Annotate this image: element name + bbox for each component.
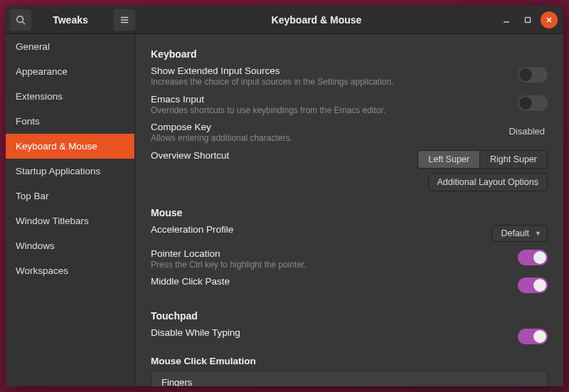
extended-input-desc: Increases the choice of input sources in… (151, 77, 518, 88)
compose-key-desc: Allows entering additional characters. (151, 133, 509, 144)
overview-left-super[interactable]: Left Super (418, 151, 480, 168)
mouse-click-emulation-group: FingersClick the touchpad with two finge… (151, 371, 548, 386)
row-extended-input: Show Extended Input Sources Increases th… (151, 63, 548, 91)
titlebar: Tweaks Keyboard & Mouse (6, 6, 563, 34)
row-compose-key: Compose Key Allows entering additional c… (151, 119, 548, 147)
emulation-option-label: Fingers (161, 377, 537, 386)
hamburger-button[interactable] (114, 9, 135, 31)
sidebar-item-fonts[interactable]: Fonts (6, 109, 134, 134)
maximize-button[interactable] (519, 11, 536, 28)
chevron-down-icon: ▼ (535, 230, 541, 237)
row-disable-while-typing: Disable While Typing (151, 324, 548, 349)
compose-key-label: Compose Key (151, 122, 509, 132)
sidebar-item-workspaces[interactable]: Workspaces (6, 258, 134, 283)
pointer-location-label: Pointer Location (151, 248, 518, 259)
overview-right-super[interactable]: Right Super (480, 151, 547, 168)
sidebar-item-windows[interactable]: Windows (6, 233, 134, 258)
acceleration-profile-dropdown[interactable]: Default ▼ (491, 225, 548, 242)
close-button[interactable] (541, 11, 558, 28)
page-title: Keyboard & Mouse (135, 14, 498, 26)
additional-layout-options-button[interactable]: Additional Layout Options (428, 173, 548, 191)
emulation-option-fingers[interactable]: FingersClick the touchpad with two finge… (151, 371, 547, 386)
svg-point-0 (17, 16, 23, 22)
sidebar-item-top-bar[interactable]: Top Bar (6, 184, 134, 208)
sidebar: GeneralAppearanceExtensionsFontsKeyboard… (6, 34, 135, 386)
acceleration-profile-label: Acceleration Profile (151, 224, 491, 235)
disable-while-typing-toggle[interactable] (518, 329, 548, 344)
svg-line-1 (23, 21, 26, 24)
app-window: Tweaks Keyboard & Mouse GeneralAppearanc… (6, 6, 563, 386)
emacs-input-desc: Overrides shortcuts to use keybindings f… (151, 105, 518, 117)
app-title: Tweaks (31, 14, 110, 26)
search-button[interactable] (10, 9, 31, 31)
disable-while-typing-label: Disable While Typing (151, 327, 518, 338)
section-title-keyboard: Keyboard (151, 48, 548, 60)
extended-input-label: Show Extended Input Sources (151, 65, 518, 76)
acceleration-profile-value: Default (501, 228, 529, 238)
sidebar-item-appearance[interactable]: Appearance (6, 59, 134, 84)
svg-rect-6 (526, 17, 531, 22)
emacs-input-toggle[interactable] (518, 95, 548, 111)
middle-click-paste-label: Middle Click Paste (151, 276, 518, 287)
sidebar-item-general[interactable]: General (6, 34, 134, 59)
row-emacs-input: Emacs Input Overrides shortcuts to use k… (151, 91, 548, 120)
extended-input-toggle[interactable] (518, 67, 548, 83)
sidebar-item-keyboard-mouse[interactable]: Keyboard & Mouse (6, 134, 134, 159)
section-title-mouse: Mouse (151, 207, 548, 218)
sidebar-item-window-titlebars[interactable]: Window Titlebars (6, 208, 134, 233)
row-acceleration-profile: Acceleration Profile Default ▼ (151, 221, 548, 245)
compose-key-value[interactable]: Disabled (509, 126, 548, 137)
row-overview-shortcut: Overview Shortcut Left Super Right Super… (151, 147, 548, 194)
section-title-touchpad: Touchpad (151, 310, 548, 322)
pointer-location-toggle[interactable] (518, 250, 548, 265)
overview-shortcut-label: Overview Shortcut (151, 150, 418, 161)
sidebar-item-extensions[interactable]: Extensions (6, 84, 134, 109)
row-middle-click-paste: Middle Click Paste (151, 273, 548, 297)
mouse-click-emulation-title: Mouse Click Emulation (151, 356, 548, 366)
row-pointer-location: Pointer Location Press the Ctrl key to h… (151, 245, 548, 274)
pointer-location-desc: Press the Ctrl key to highlight the poin… (151, 260, 518, 271)
minimize-button[interactable] (498, 11, 515, 28)
overview-shortcut-segmented: Left Super Right Super (418, 150, 548, 169)
content-pane[interactable]: Keyboard Show Extended Input Sources Inc… (135, 34, 563, 386)
emacs-input-label: Emacs Input (151, 94, 518, 105)
middle-click-paste-toggle[interactable] (518, 277, 548, 293)
sidebar-item-startup-applications[interactable]: Startup Applications (6, 159, 134, 184)
